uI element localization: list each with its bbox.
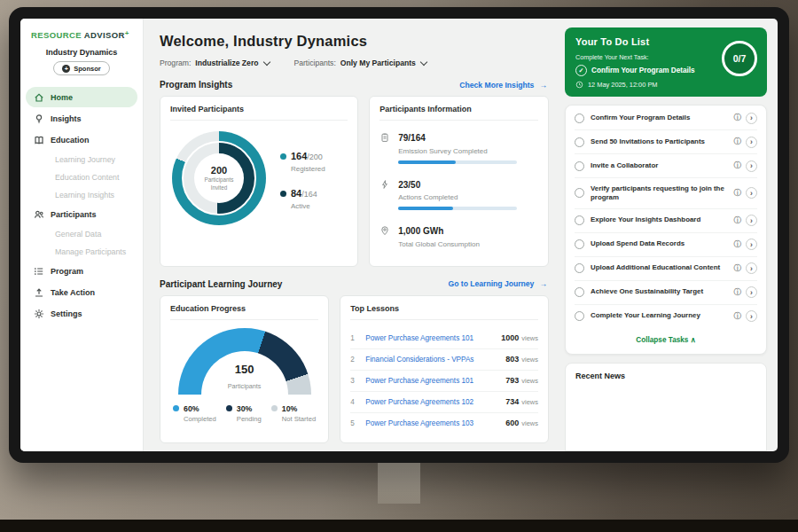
todo-subtitle: Complete Your Next Task: — [575, 53, 756, 61]
todo-task-row[interactable]: Verify participants requesting to join t… — [575, 178, 757, 209]
chevron-right-icon[interactable]: › — [746, 262, 757, 274]
dashboard-screen: RESOURCE ADVISOR+ Industry Dynamics + Sp… — [20, 19, 778, 451]
task-checkbox[interactable] — [575, 161, 584, 171]
section-title: Program Insights — [160, 80, 232, 90]
lesson-link[interactable]: Power Purchase Agreements 102 — [365, 398, 498, 406]
todo-task-row[interactable]: Send 50 Invitations to Participants ⓘ› — [575, 130, 757, 154]
info-icon[interactable]: ⓘ — [734, 263, 742, 274]
people-icon — [34, 209, 44, 220]
actions-progress-fill — [398, 207, 453, 210]
org-name: Industry Dynamics — [20, 48, 143, 57]
sidebar-item-learning-journey[interactable]: Learning Journey — [26, 151, 137, 168]
views-unit: views — [521, 377, 538, 385]
legend-label: Pending — [237, 415, 262, 423]
sidebar-item-label: Insights — [51, 114, 82, 123]
actions-progress-track — [398, 207, 517, 210]
task-label: Invite a Collaborator — [591, 161, 728, 170]
gear-icon — [34, 309, 44, 319]
program-dropdown[interactable]: Program:Industrialize Zero — [160, 59, 270, 67]
sidebar-item-general-data[interactable]: General Data — [26, 225, 137, 242]
chevron-right-icon[interactable]: › — [746, 137, 757, 148]
legend-label: Not Started — [282, 415, 316, 423]
todo-task-row[interactable]: Confirm Your Program Details ⓘ› — [575, 106, 757, 130]
task-checkbox[interactable] — [575, 137, 584, 147]
legend-total: /164 — [301, 190, 317, 199]
participants-filter-value: Only My Participants — [340, 59, 416, 67]
task-label: Explore Your Insights Dashboard — [591, 215, 728, 224]
task-checkbox[interactable] — [575, 215, 584, 225]
todo-task-row[interactable]: Upload Spend Data Records ⓘ› — [575, 233, 757, 257]
check-more-insights-link[interactable]: Check More Insights → — [459, 81, 547, 90]
task-label: Send 50 Invitations to Participants — [591, 137, 728, 146]
sidebar-item-education[interactable]: Education — [26, 129, 137, 150]
section-title: Participant Learning Journey — [160, 279, 282, 289]
info-value: 79/164 — [398, 133, 426, 143]
program-filter-value: Industrialize Zero — [195, 59, 258, 67]
link-label: Check More Insights — [459, 81, 534, 90]
sidebar-item-learning-insights[interactable]: Learning Insights — [26, 186, 137, 203]
chevron-right-icon[interactable]: › — [746, 239, 757, 250]
invited-participants-card: Invited Participants 200 Participants In… — [160, 96, 358, 267]
monitor-bezel: RESOURCE ADVISOR+ Industry Dynamics + Sp… — [9, 7, 789, 463]
education-progress-card: Education Progress 150 Participants 60% … — [160, 295, 329, 443]
task-label: Upload Additional Educational Content — [591, 263, 728, 272]
top-lessons-card: Top Lessons 1 Power Purchase Agreements … — [340, 295, 549, 443]
todo-task-row[interactable]: Complete Your Learning Journey ⓘ› — [575, 305, 757, 328]
sidebar-item-participants[interactable]: Participants — [26, 204, 137, 224]
todo-task-row[interactable]: Explore Your Insights Dashboard ⓘ› — [575, 209, 757, 233]
arrow-right-icon: → — [539, 279, 547, 288]
chevron-right-icon[interactable]: › — [746, 160, 757, 172]
survey-progress-track — [398, 160, 517, 164]
sidebar-item-education-content[interactable]: Education Content — [26, 168, 137, 185]
invited-total-label: Participants Invited — [202, 176, 236, 191]
chevron-right-icon[interactable]: › — [746, 187, 757, 199]
chevron-right-icon[interactable]: › — [746, 310, 757, 322]
task-label: Achieve One Sustainability Target — [591, 287, 728, 296]
todo-task-row[interactable]: Achieve One Sustainability Target ⓘ› — [575, 281, 757, 305]
info-icon[interactable]: ⓘ — [734, 113, 742, 123]
info-icon[interactable]: ⓘ — [734, 188, 742, 199]
go-to-learning-journey-link[interactable]: Go to Learning Journey → — [448, 279, 547, 288]
task-checkbox[interactable] — [575, 113, 584, 123]
sidebar-item-home[interactable]: Home — [26, 87, 137, 107]
lesson-link[interactable]: Power Purchase Agreements 101 — [365, 334, 494, 342]
participants-dropdown[interactable]: Participants:Only My Participants — [294, 59, 426, 67]
todo-task-row[interactable]: Invite a Collaborator ⓘ› — [575, 154, 757, 178]
task-checkbox[interactable] — [575, 188, 584, 198]
sidebar-item-label: Take Action — [51, 288, 95, 297]
task-checkbox[interactable] — [575, 239, 584, 249]
education-legend: 60% Completed 30% Pending 10% Not Starte… — [170, 404, 318, 424]
chevron-right-icon[interactable]: › — [746, 215, 757, 226]
sidebar-item-manage-participants[interactable]: Manage Participants — [26, 243, 137, 260]
info-icon[interactable]: ⓘ — [734, 239, 742, 250]
info-icon[interactable]: ⓘ — [734, 137, 742, 147]
info-icon[interactable]: ⓘ — [734, 287, 742, 298]
info-icon[interactable]: ⓘ — [734, 160, 742, 171]
todo-task-row[interactable]: Upload Additional Educational Content ⓘ› — [575, 257, 757, 281]
todo-next-task[interactable]: ✓ Confirm Your Program Details — [575, 65, 708, 76]
sponsor-icon: + — [62, 65, 70, 73]
lesson-views: 793 — [505, 376, 519, 385]
book-icon — [34, 135, 44, 145]
task-checkbox[interactable] — [575, 287, 584, 297]
task-checkbox[interactable] — [575, 311, 584, 321]
chevron-right-icon[interactable]: › — [746, 113, 757, 124]
legend-value: 84 — [291, 188, 301, 199]
sidebar-item-take-action[interactable]: Take Action — [26, 282, 137, 302]
task-checkbox[interactable] — [575, 263, 584, 273]
chevron-right-icon[interactable]: › — [746, 286, 757, 298]
lesson-link[interactable]: Power Purchase Agreements 101 — [365, 377, 498, 385]
info-icon[interactable]: ⓘ — [734, 311, 742, 322]
sidebar-item-insights[interactable]: Insights — [26, 108, 137, 129]
lesson-rank: 3 — [350, 377, 358, 385]
lesson-link[interactable]: Power Purchase Agreements 103 — [365, 419, 498, 427]
sponsor-badge[interactable]: + Sponsor — [53, 61, 109, 75]
info-icon[interactable]: ⓘ — [734, 215, 742, 226]
lesson-link[interactable]: Financial Considerations - VPPAs — [365, 356, 498, 364]
sidebar-item-settings[interactable]: Settings — [26, 303, 137, 324]
invited-total: 200 — [211, 165, 227, 176]
collapse-tasks-button[interactable]: Collapse Tasks ∧ — [575, 328, 757, 352]
sidebar-item-program[interactable]: Program — [26, 261, 137, 281]
lesson-rank: 5 — [350, 419, 358, 427]
survey-progress-fill — [398, 160, 455, 164]
